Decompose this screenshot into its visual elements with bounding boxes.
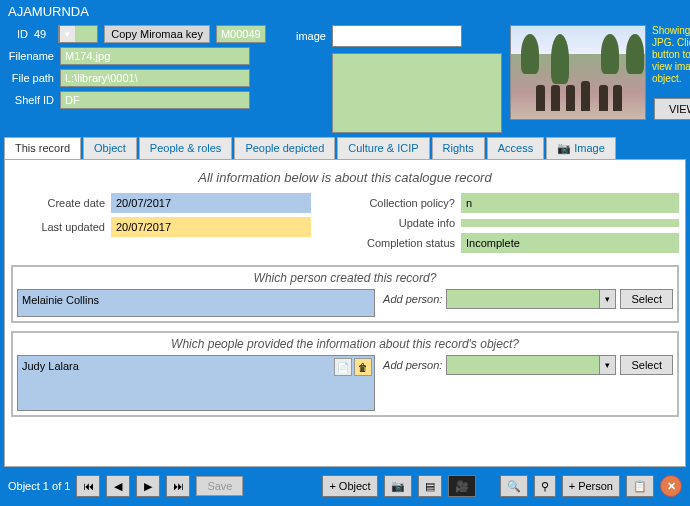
document-icon: 📄 xyxy=(337,362,349,373)
view-button[interactable]: VIEW xyxy=(654,98,690,120)
copy-icon: 📋 xyxy=(633,480,647,493)
add-object-button[interactable]: + Object xyxy=(322,475,377,497)
person-delete-button[interactable]: 🗑 xyxy=(354,358,372,376)
object-count: Object 1 of 1 xyxy=(8,480,70,492)
key-value: M00049 xyxy=(216,25,266,43)
nav-prev-button[interactable]: ◀ xyxy=(106,475,130,497)
filter-button[interactable]: ⚲ xyxy=(534,475,556,497)
info-panel: Which people provided the information ab… xyxy=(11,331,679,417)
camera-icon: 📷 xyxy=(391,480,405,493)
tab-object[interactable]: Object xyxy=(83,137,137,159)
chevron-down-icon: ▾ xyxy=(599,290,615,308)
camera-icon: 📷 xyxy=(557,142,571,155)
video-icon: 🎥 xyxy=(455,480,469,493)
completion-status-label: Completion status xyxy=(351,237,461,249)
create-date-label: Create date xyxy=(11,197,111,209)
id-label: ID xyxy=(8,28,28,40)
camera-button[interactable]: 📷 xyxy=(384,475,412,497)
shelfid-field[interactable]: DF xyxy=(60,91,250,109)
text-icon: ▤ xyxy=(425,480,435,493)
section-title: All information below is about this cata… xyxy=(11,170,679,185)
info-person-box[interactable]: Judy Lalara 📄 🗑 xyxy=(17,355,375,411)
filter-icon: ⚲ xyxy=(541,480,549,493)
shelfid-label: Shelf ID xyxy=(8,94,54,106)
last-icon: ⏭ xyxy=(173,480,184,492)
filepath-field[interactable]: L:\library\0001\ xyxy=(60,69,250,87)
image-thumbnail[interactable] xyxy=(510,25,646,120)
text-button[interactable]: ▤ xyxy=(418,475,442,497)
completion-status-field[interactable]: Incomplete xyxy=(461,233,679,253)
tabs: This record Object People & roles People… xyxy=(0,137,690,159)
chevron-down-icon: ▾ xyxy=(599,356,615,374)
creator-select-button[interactable]: Select xyxy=(620,289,673,309)
creator-person-name: Melainie Collins xyxy=(22,294,99,306)
tab-people-roles[interactable]: People & roles xyxy=(139,137,233,159)
tab-access[interactable]: Access xyxy=(487,137,544,159)
collection-policy-label: Collection policy? xyxy=(351,197,461,209)
creator-add-dropdown[interactable]: ▾ xyxy=(446,289,616,309)
image-desc-field[interactable] xyxy=(332,53,502,133)
filename-field[interactable]: M174.jpg xyxy=(60,47,250,65)
copy-button[interactable]: 📋 xyxy=(626,475,654,497)
id-value: 49 xyxy=(34,28,46,40)
close-icon: ✕ xyxy=(667,480,676,493)
filepath-label: File path xyxy=(8,72,54,84)
tab-image[interactable]: 📷Image xyxy=(546,137,616,159)
tab-culture-icip[interactable]: Culture & ICIP xyxy=(337,137,429,159)
last-updated-label: Last updated xyxy=(11,221,111,233)
create-date-value: 20/07/2017 xyxy=(111,193,311,213)
search-button[interactable]: 🔍 xyxy=(500,475,528,497)
search-icon: 🔍 xyxy=(507,480,521,493)
chevron-down-icon: ▾ xyxy=(59,26,75,42)
person-doc-button[interactable]: 📄 xyxy=(334,358,352,376)
footer: Object 1 of 1 ⏮ ◀ ▶ ⏭ Save + Object 📷 ▤ … xyxy=(0,471,690,501)
update-info-label: Update info xyxy=(351,217,461,229)
tab-rights[interactable]: Rights xyxy=(432,137,485,159)
close-button[interactable]: ✕ xyxy=(660,475,682,497)
image-label: image xyxy=(296,30,326,42)
collection-policy-field[interactable]: n xyxy=(461,193,679,213)
tab-content: All information below is about this cata… xyxy=(4,159,686,467)
info-add-label: Add person: xyxy=(383,359,442,371)
save-button[interactable]: Save xyxy=(196,476,243,496)
last-updated-value: 20/07/2017 xyxy=(111,217,311,237)
update-info-field[interactable] xyxy=(461,219,679,227)
info-select-button[interactable]: Select xyxy=(620,355,673,375)
creator-person-box[interactable]: Melainie Collins xyxy=(17,289,375,317)
prev-icon: ◀ xyxy=(114,480,122,493)
image-hint: Showing JPG. Click button to view image … xyxy=(652,25,690,85)
creator-panel-title: Which person created this record? xyxy=(17,271,673,285)
video-button[interactable]: 🎥 xyxy=(448,475,476,497)
info-add-dropdown[interactable]: ▾ xyxy=(446,355,616,375)
next-icon: ▶ xyxy=(144,480,152,493)
nav-first-button[interactable]: ⏮ xyxy=(76,475,100,497)
id-dropdown[interactable]: ▾ xyxy=(58,25,98,43)
info-person-name: Judy Lalara xyxy=(22,360,79,372)
add-person-button[interactable]: + Person xyxy=(562,475,620,497)
trash-icon: 🗑 xyxy=(358,362,368,373)
tab-this-record[interactable]: This record xyxy=(4,137,81,159)
creator-add-label: Add person: xyxy=(383,293,442,305)
app-title: AJAMURNDA xyxy=(8,4,682,19)
nav-last-button[interactable]: ⏭ xyxy=(166,475,190,497)
copy-key-button[interactable]: Copy Miromaa key xyxy=(104,25,210,43)
first-icon: ⏮ xyxy=(83,480,94,492)
filename-label: Filename xyxy=(8,50,54,62)
creator-panel: Which person created this record? Melain… xyxy=(11,265,679,323)
info-panel-title: Which people provided the information ab… xyxy=(17,337,673,351)
image-title-field[interactable]: Sawfish Dance xyxy=(332,25,462,47)
nav-next-button[interactable]: ▶ xyxy=(136,475,160,497)
tab-people-depicted[interactable]: People depicted xyxy=(234,137,335,159)
